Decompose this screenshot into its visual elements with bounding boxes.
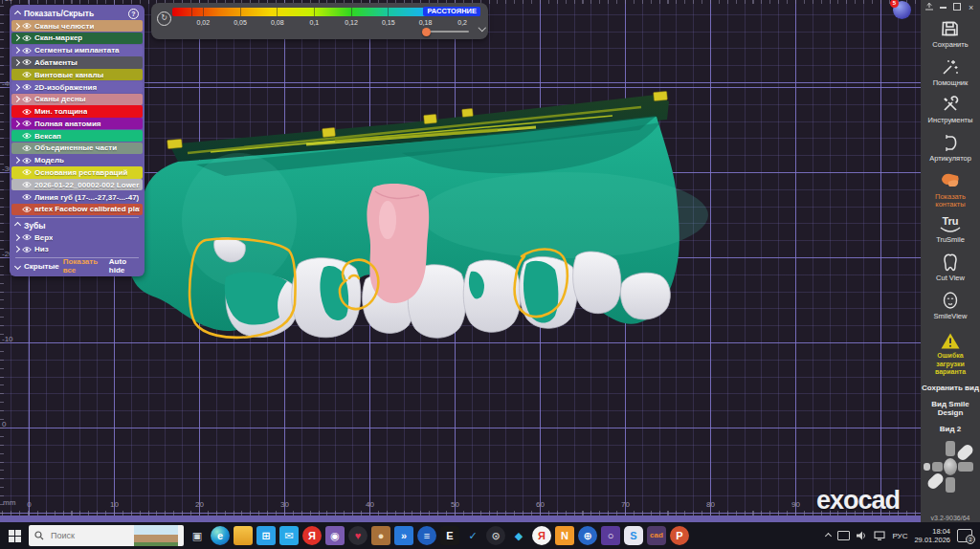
expand-chevron-icon[interactable] [13, 34, 20, 41]
widget-thumbnail[interactable] [134, 525, 178, 546]
hidden-section-chevron-icon[interactable] [14, 263, 21, 270]
visibility-eye-icon[interactable] [22, 193, 32, 201]
user-avatar[interactable]: 5 [893, 1, 911, 19]
layer-row[interactable]: Модель [11, 155, 143, 166]
volume-icon[interactable] [857, 531, 867, 540]
taskbar-search[interactable] [29, 525, 184, 546]
help-icon[interactable]: ? [128, 9, 139, 19]
nav-left-inner-button[interactable] [932, 462, 943, 472]
nav-right-button[interactable] [958, 462, 973, 472]
visibility-eye-icon[interactable] [22, 34, 32, 42]
layer-row[interactable]: Полная анатомия [11, 118, 143, 129]
expand-chevron-icon[interactable] [13, 59, 20, 66]
assistant-tool[interactable]: Помощник [921, 56, 980, 88]
search-input[interactable] [49, 530, 120, 541]
purple-app-icon[interactable]: ◉ [325, 526, 345, 545]
nav-left-button[interactable] [924, 463, 930, 471]
collapse-chevron-icon[interactable] [14, 10, 21, 16]
visibility-eye-icon[interactable] [22, 47, 32, 55]
cut-view-tool[interactable]: Cut View [921, 252, 980, 283]
nav-sw-button[interactable] [925, 472, 946, 492]
layer-row[interactable]: Сканы челюсти [11, 20, 143, 32]
expand-chevron-icon[interactable] [13, 23, 20, 30]
check-app-icon[interactable]: ✓ [463, 526, 482, 545]
visibility-eye-icon[interactable] [22, 120, 32, 127]
trusmile-tool[interactable]: Tru TruSmile [921, 216, 980, 245]
dark-circle-app-icon[interactable]: ⊙ [486, 526, 505, 545]
edge-browser-icon[interactable]: e [211, 526, 230, 545]
layer-row[interactable]: Сегменты имплантата [11, 45, 143, 56]
language-indicator[interactable]: РУС [892, 532, 907, 540]
visibility-eye-icon[interactable] [22, 71, 32, 78]
expand-chevron-icon[interactable] [13, 96, 20, 102]
view-navigation-cluster[interactable] [924, 441, 977, 493]
layer-row[interactable]: Вексап [11, 130, 143, 142]
layer-row[interactable]: Объединенные части [11, 143, 143, 154]
visibility-eye-icon[interactable] [22, 144, 32, 152]
task-view-icon[interactable]: ▣ [188, 526, 207, 545]
variant-load-warning[interactable]: Ошибка загрузки варианта [924, 332, 977, 376]
visibility-eye-icon[interactable] [22, 58, 32, 66]
smileview-tool[interactable]: SmileView [921, 290, 980, 321]
layer-row[interactable]: artex Facebow calibrated platform... [11, 204, 143, 215]
nav-ne-button[interactable] [955, 443, 975, 463]
expand-chevron-icon[interactable] [13, 246, 20, 253]
clock[interactable]: 18:04 29.01.2026 [914, 527, 950, 545]
paint-app-icon[interactable]: ● [371, 526, 390, 545]
scale-collapse-chevron[interactable] [479, 16, 485, 33]
visibility-eye-icon[interactable] [22, 233, 32, 241]
visibility-eye-icon[interactable] [22, 22, 32, 30]
articulator-tool[interactable]: Артикулятор [921, 132, 980, 164]
visibility-eye-icon[interactable] [22, 96, 32, 103]
distance-slider[interactable] [425, 31, 469, 33]
expand-chevron-icon[interactable] [13, 83, 20, 90]
distance-slider-handle[interactable] [422, 28, 431, 36]
globe-app-icon[interactable]: ⊕ [578, 526, 597, 545]
nav-down-button[interactable] [946, 477, 955, 493]
layer-row[interactable]: Мин. толщина [11, 105, 143, 117]
visibility-eye-icon[interactable] [22, 132, 32, 140]
tablet-mode-icon[interactable] [837, 531, 850, 540]
diamond-app-icon[interactable]: ◆ [509, 526, 528, 545]
layer-row[interactable]: Линия губ (17-...-27,37-...-47) [11, 191, 143, 203]
orange-app-icon[interactable]: N [555, 526, 574, 545]
expand-chevron-icon[interactable] [13, 121, 20, 127]
visibility-eye-icon[interactable] [22, 206, 32, 213]
auto-hide-button[interactable]: Auto hide [109, 257, 139, 274]
nav-up-button[interactable] [946, 441, 955, 456]
layer-row[interactable]: Сканы десны [11, 94, 143, 105]
yandex-browser-icon[interactable]: Я [302, 526, 322, 545]
magnifier-app-icon[interactable]: ○ [601, 526, 620, 545]
save-tool[interactable]: Сохранить [921, 18, 980, 50]
visibility-eye-icon[interactable] [22, 157, 32, 165]
teeth-section-header[interactable]: Зубы [11, 220, 143, 231]
powerpoint-icon[interactable]: P [670, 526, 689, 545]
expand-chevron-icon[interactable] [13, 157, 20, 164]
tools-tool[interactable]: Инструменты [921, 94, 980, 125]
scale-reset-icon[interactable]: ↻ [157, 11, 171, 26]
layer-row[interactable]: 2D-изображения [11, 81, 143, 93]
start-button[interactable] [4, 525, 25, 546]
visibility-eye-icon[interactable] [22, 181, 32, 188]
exocad-taskbar-icon[interactable]: cad [647, 526, 666, 545]
visibility-eye-icon[interactable] [22, 83, 32, 91]
save-view-button[interactable]: Сохранить вид [921, 384, 980, 392]
view-2-button[interactable]: Вид 2 [921, 425, 980, 433]
minimize-button[interactable] [939, 3, 948, 12]
layer-row[interactable]: Абатменты [11, 56, 143, 68]
restore-button[interactable] [952, 3, 962, 12]
teeth-row[interactable]: Низ [11, 244, 143, 255]
tray-expand-chevron[interactable] [825, 532, 832, 538]
smile-design-view-button[interactable]: Вид Smile Design [921, 400, 980, 417]
notification-center-icon[interactable]: 2 [957, 529, 972, 542]
show-all-button[interactable]: Показать все [63, 257, 105, 274]
show-contacts-tool[interactable]: Показать контакты [921, 170, 980, 209]
ms-store-icon[interactable]: ⊞ [256, 526, 276, 545]
network-icon[interactable] [874, 531, 885, 540]
close-button[interactable]: × [967, 3, 976, 12]
layer-row[interactable]: Скан-маркер [11, 33, 143, 44]
expand-chevron-icon[interactable] [13, 233, 20, 240]
dock-icon[interactable] [924, 3, 934, 12]
panel-header[interactable]: Показать/Скрыть ? [11, 7, 143, 20]
epic-app-icon[interactable]: E [440, 526, 459, 545]
